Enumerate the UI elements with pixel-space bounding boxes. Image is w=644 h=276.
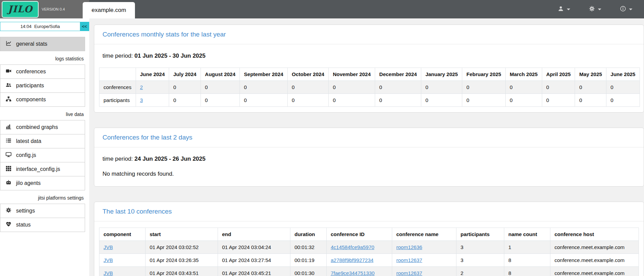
card-last-2-days: Conferences for the last 2 days time per… (94, 128, 644, 187)
caret-down-icon (567, 9, 570, 10)
table-row: JVB01 Apr 2024 03:26:3501 Apr 2024 03:27… (99, 254, 639, 267)
table-cell: 0 (201, 94, 239, 107)
table-cell: 0 (542, 81, 575, 94)
sidebar-item-config-js[interactable]: config.js (0, 148, 85, 162)
column-header: duration (290, 228, 327, 241)
column-header: June 2025 (606, 68, 640, 81)
table-link[interactable]: JVB (104, 244, 113, 250)
sidebar-item-combined-graphs[interactable]: combined graphs (0, 120, 85, 134)
clock-bar: 14:04 Europe/Sofia << (0, 22, 89, 31)
info-menu-button[interactable] (620, 5, 632, 13)
table-cell: conference.meet.example.com (550, 267, 639, 276)
column-header: May 2025 (575, 68, 606, 81)
table-cell: 0 (375, 94, 421, 107)
users-icon (5, 82, 12, 89)
table-cell: 3 (136, 94, 169, 107)
table-cell: a2788f9bf9927234 (327, 254, 392, 267)
table-link[interactable]: a2788f9bf9927234 (331, 257, 373, 263)
card-last-10-conferences: The last 10 conferences componentstarten… (94, 202, 644, 276)
card-body: time period: 01 Jun 2025 - 30 Jun 2025 J… (94, 44, 644, 112)
column-header: November 2024 (329, 68, 375, 81)
table-cell: 0 (329, 81, 375, 94)
sidebar: 14:04 Europe/Sofia << general stats logs… (0, 18, 89, 276)
table-cell: 0 (542, 94, 575, 107)
column-header: January 2025 (421, 68, 462, 81)
table-row: JVB01 Apr 2024 03:02:5201 Apr 2024 03:04… (99, 241, 639, 254)
table-link[interactable]: room12637 (396, 257, 422, 263)
components-icon (5, 96, 12, 103)
sidebar-item-label: status (16, 222, 31, 228)
sidebar-item-conferences[interactable]: conferences (0, 64, 85, 79)
heart-pulse-icon (5, 221, 12, 229)
column-header: component (99, 228, 146, 241)
sidebar-item-components[interactable]: components (0, 92, 85, 107)
table-cell: room12636 (392, 241, 456, 254)
column-header (99, 68, 136, 81)
user-menu-button[interactable] (558, 5, 570, 13)
column-header: July 2024 (169, 68, 201, 81)
sidebar-item-label: components (16, 97, 46, 103)
sidebar-item-participants[interactable]: participants (0, 78, 85, 93)
grid-icon (5, 165, 12, 173)
column-header: September 2024 (240, 68, 288, 81)
sidebar-item-label: participants (16, 83, 44, 89)
column-header: October 2024 (288, 68, 329, 81)
table-cell: JVB (99, 254, 146, 267)
table-cell: 0 (169, 94, 201, 107)
sidebar-item-interface-config-js[interactable]: interface_config.js (0, 162, 85, 176)
jilo-logo: JILO (2, 1, 39, 18)
monthly-stats-table: June 2024July 2024August 2024September 2… (99, 68, 640, 107)
sidebar-item-label: general stats (16, 41, 47, 47)
table-link[interactable]: 4c14584fce9a5970 (331, 244, 374, 250)
sidebar-item-label: conferences (16, 69, 46, 75)
column-header: December 2024 (375, 68, 421, 81)
main-content: Conferences monthly stats for the last y… (89, 18, 644, 276)
bar-chart-icon (5, 124, 12, 131)
section-label-logs-statistics: logs statistics (0, 51, 85, 65)
table-cell: room12637 (392, 254, 456, 267)
table-cell: 00:01:30 (290, 267, 327, 276)
topbar: JILO VERSION 0.4 example.com (0, 0, 644, 18)
settings-menu-button[interactable] (589, 5, 601, 13)
sidebar-item-general-stats[interactable]: general stats (0, 37, 85, 51)
column-header: February 2025 (462, 68, 506, 81)
table-cell: 0 (505, 81, 542, 94)
sidebar-item-status[interactable]: status (0, 218, 85, 232)
column-header: June 2024 (136, 68, 169, 81)
sidebar-collapse-button[interactable]: << (80, 22, 89, 31)
table-cell: 0 (201, 81, 239, 94)
table-cell: conference.meet.example.com (550, 254, 639, 267)
table-cell: conference.meet.example.com (550, 241, 639, 254)
table-link[interactable]: room12636 (396, 244, 422, 250)
sidebar-item-label: config.js (16, 152, 36, 158)
sidebar-item-settings[interactable]: settings (0, 204, 85, 218)
table-cell: 7fae9ce344751330 (327, 267, 392, 276)
sidebar-item-latest-data[interactable]: latest data (0, 134, 85, 148)
table-cell: 8 (504, 267, 550, 276)
table-cell: 4c14584fce9a5970 (327, 241, 392, 254)
table-cell: 0 (606, 94, 640, 107)
table-link[interactable]: JVB (104, 270, 113, 276)
table-link[interactable]: room12637 (396, 270, 422, 276)
section-label-jitsi-platforms-settings: jitsi platforms settings (0, 190, 85, 204)
sidebar-item-jilo-agents[interactable]: jilo agents (0, 176, 85, 190)
table-cell: 0 (375, 81, 421, 94)
table-cell: 0 (288, 81, 329, 94)
table-cell: 2 (136, 81, 169, 94)
table-link[interactable]: 2 (140, 84, 143, 90)
table-cell: 00:01:32 (290, 241, 327, 254)
table-link[interactable]: JVB (104, 257, 113, 263)
table-cell: 0 (421, 81, 462, 94)
time-period: time period: 01 Jun 2025 - 30 Jun 2025 (102, 53, 639, 59)
table-cell: 00:01:19 (290, 254, 327, 267)
table-cell: 0 (421, 94, 462, 107)
table-link[interactable]: 7fae9ce344751330 (331, 270, 374, 276)
table-row: participants3000000000000 (99, 94, 640, 107)
gear-icon (589, 5, 595, 13)
table-cell: 0 (575, 94, 606, 107)
table-link[interactable]: 3 (140, 97, 143, 103)
table-cell: 0 (462, 81, 506, 94)
table-cell: JVB (99, 241, 146, 254)
clock-text: 14:04 Europe/Sofia (0, 22, 80, 31)
tab-example-com[interactable]: example.com (83, 2, 135, 18)
